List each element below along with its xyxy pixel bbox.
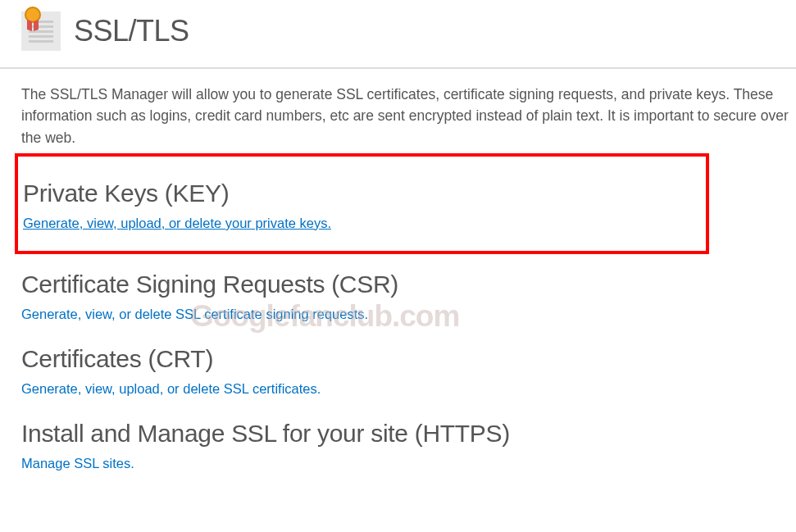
crt-link[interactable]: Generate, view, upload, or delete SSL ce… [21, 381, 321, 397]
csr-link[interactable]: Generate, view, or delete SSL certificat… [21, 307, 368, 322]
crt-section: Certificates (CRT) Generate, view, uploa… [21, 335, 796, 410]
private-keys-title: Private Keys (KEY) [23, 180, 698, 207]
install-ssl-title: Install and Manage SSL for your site (HT… [21, 420, 796, 448]
ssl-tls-icon [21, 11, 61, 51]
csr-title: Certificate Signing Requests (CSR) [21, 271, 796, 298]
install-ssl-link[interactable]: Manage SSL sites. [21, 456, 134, 471]
crt-title: Certificates (CRT) [21, 345, 796, 373]
private-keys-link[interactable]: Generate, view, upload, or delete your p… [23, 216, 331, 231]
private-keys-section: Private Keys (KEY) Generate, view, uploa… [15, 153, 709, 254]
page-header: SSL/TLS [0, 0, 796, 62]
install-ssl-section: Install and Manage SSL for your site (HT… [21, 410, 796, 484]
page-description: The SSL/TLS Manager will allow you to ge… [0, 84, 796, 148]
csr-section: Certificate Signing Requests (CSR) Gener… [21, 261, 796, 335]
page-title: SSL/TLS [74, 14, 189, 48]
header-divider [0, 67, 796, 69]
